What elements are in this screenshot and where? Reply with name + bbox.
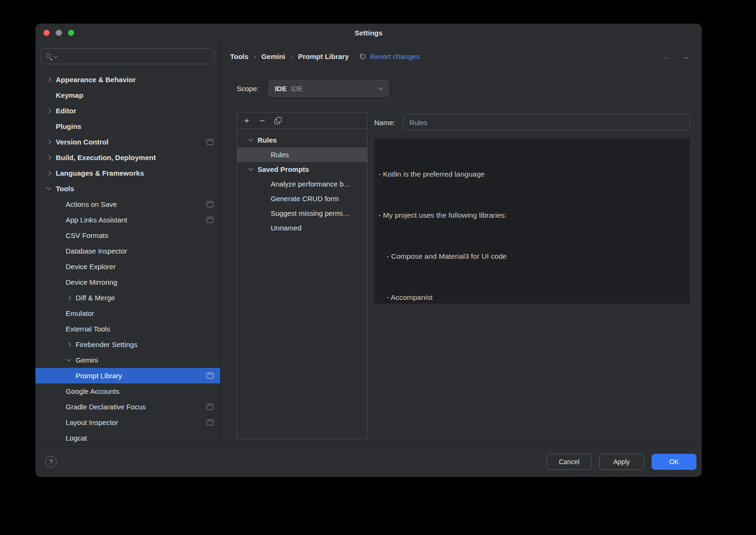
sidebar-item-gemini[interactable]: Gemini bbox=[35, 352, 220, 368]
sidebar-item-label: CSV Formats bbox=[66, 231, 108, 239]
chevron-right-icon bbox=[46, 76, 56, 83]
settings-sidebar: Appearance & Behavior Keymap Editor Plug… bbox=[35, 42, 221, 446]
forward-arrow[interactable]: → bbox=[681, 52, 690, 61]
add-prompt-button[interactable]: + bbox=[242, 116, 251, 125]
breadcrumb-separator: › bbox=[254, 52, 256, 60]
tree-item-analyze-performance[interactable]: Analyze performance b… bbox=[237, 177, 367, 191]
sidebar-item-label: Appearance & Behavior bbox=[56, 76, 136, 84]
sidebar-item-label: External Tools bbox=[66, 325, 110, 333]
tree-item-unnamed[interactable]: Unnamed bbox=[237, 221, 367, 235]
ide-settings-icon bbox=[206, 404, 214, 410]
sidebar-item-label: Languages & Frameworks bbox=[56, 169, 144, 177]
back-arrow[interactable]: ← bbox=[662, 52, 671, 61]
chevron-right-icon bbox=[66, 295, 76, 301]
scope-value-secondary: IDE bbox=[291, 85, 303, 93]
tree-item-label: Suggest missing permi… bbox=[271, 209, 350, 217]
sidebar-item-label: Actions on Save bbox=[66, 200, 117, 208]
apply-button[interactable]: Apply bbox=[599, 454, 644, 470]
sidebar-item-external-tools[interactable]: External Tools bbox=[35, 321, 220, 337]
cancel-button[interactable]: Cancel bbox=[547, 454, 592, 470]
minimize-button[interactable] bbox=[56, 30, 62, 36]
sidebar-item-device-mirroring[interactable]: Device Mirroring bbox=[35, 274, 220, 290]
search-input[interactable] bbox=[58, 52, 214, 60]
settings-search-box[interactable] bbox=[40, 48, 215, 64]
prompt-detail: Name: - Kotlin is the preferred language… bbox=[374, 112, 690, 304]
sidebar-item-languages-frameworks[interactable]: Languages & Frameworks bbox=[35, 165, 220, 181]
sidebar-item-gradle-declarative-focus[interactable]: Gradle Declarative Focus bbox=[35, 399, 220, 415]
settings-window: Settings Appearance & Behavior Keymap Ed… bbox=[35, 24, 702, 477]
help-button[interactable]: ? bbox=[45, 456, 57, 467]
remove-prompt-button[interactable]: − bbox=[258, 116, 267, 125]
sidebar-item-plugins[interactable]: Plugins bbox=[35, 119, 220, 134]
sidebar-item-label: Tools bbox=[56, 185, 74, 193]
sidebar-item-editor[interactable]: Editor bbox=[35, 103, 220, 119]
tree-item-suggest-missing-permissions[interactable]: Suggest missing permi… bbox=[237, 206, 367, 221]
sidebar-item-tools[interactable]: Tools bbox=[35, 181, 220, 196]
sidebar-item-device-explorer[interactable]: Device Explorer bbox=[35, 259, 220, 274]
prompt-text-editor[interactable]: - Kotlin is the preferred language - My … bbox=[374, 138, 690, 304]
sidebar-item-firebender-settings[interactable]: Firebender Settings bbox=[35, 337, 220, 352]
settings-main-panel: Tools › Gemini › Prompt Library Revert c… bbox=[221, 42, 702, 446]
tree-item-generate-crud-form[interactable]: Generate CRUD form bbox=[237, 191, 367, 206]
sidebar-item-csv-formats[interactable]: CSV Formats bbox=[35, 228, 220, 243]
sidebar-item-keymap[interactable]: Keymap bbox=[35, 87, 220, 103]
chevron-right-icon bbox=[46, 170, 56, 177]
sidebar-item-label: Prompt Library bbox=[76, 372, 122, 380]
sidebar-item-actions-on-save[interactable]: Actions on Save bbox=[35, 196, 220, 212]
breadcrumb-gemini[interactable]: Gemini bbox=[261, 52, 285, 60]
sidebar-item-database-inspector[interactable]: Database Inspector bbox=[35, 243, 220, 259]
copy-icon bbox=[275, 117, 282, 124]
chevron-right-icon bbox=[46, 139, 56, 145]
sidebar-item-appearance-behavior[interactable]: Appearance & Behavior bbox=[35, 72, 220, 87]
sidebar-item-label: Build, Execution, Deployment bbox=[56, 153, 156, 161]
chevron-right-icon bbox=[66, 341, 76, 348]
zoom-button[interactable] bbox=[68, 30, 74, 36]
sidebar-item-label: Google Accounts bbox=[66, 387, 119, 395]
tree-item-rules[interactable]: Rules bbox=[237, 147, 367, 162]
tree-group-saved-prompts[interactable]: Saved Prompts bbox=[237, 162, 367, 177]
ide-settings-icon bbox=[206, 217, 214, 223]
sidebar-item-prompt-library[interactable]: Prompt Library bbox=[35, 368, 220, 383]
prompt-tree: Rules Rules Saved Prompts Analyze perfor… bbox=[237, 129, 367, 235]
sidebar-item-logcat[interactable]: Logcat bbox=[35, 430, 220, 446]
close-button[interactable] bbox=[43, 30, 50, 36]
sidebar-item-build-execution-deployment[interactable]: Build, Execution, Deployment bbox=[35, 150, 220, 165]
revert-changes-link[interactable]: Revert changes bbox=[370, 52, 420, 60]
sidebar-item-label: Keymap bbox=[56, 91, 83, 99]
sidebar-item-emulator[interactable]: Emulator bbox=[35, 306, 220, 321]
scope-value-primary: IDE bbox=[275, 85, 287, 93]
breadcrumb-separator: › bbox=[291, 52, 293, 60]
tree-group-rules[interactable]: Rules bbox=[237, 133, 367, 147]
prompt-name-input[interactable] bbox=[403, 114, 690, 131]
breadcrumb: Tools › Gemini › Prompt Library bbox=[230, 52, 349, 60]
scope-dropdown[interactable]: IDE IDE bbox=[268, 80, 389, 97]
sidebar-item-version-control[interactable]: Version Control bbox=[35, 134, 220, 150]
editor-line: - Accompanist bbox=[378, 290, 685, 304]
sidebar-item-google-accounts[interactable]: Google Accounts bbox=[35, 383, 220, 399]
copy-prompt-button[interactable] bbox=[273, 117, 283, 124]
sidebar-item-label: Diff & Merge bbox=[76, 294, 115, 302]
divider bbox=[230, 100, 690, 101]
ok-button[interactable]: OK bbox=[652, 454, 696, 470]
tree-item-label: Unnamed bbox=[271, 224, 301, 232]
breadcrumb-prompt-library: Prompt Library bbox=[298, 52, 349, 60]
titlebar: Settings bbox=[35, 24, 702, 42]
sidebar-item-label: Editor bbox=[56, 107, 76, 115]
sidebar-item-label: Logcat bbox=[66, 434, 87, 442]
breadcrumb-tools[interactable]: Tools bbox=[230, 52, 249, 60]
tree-item-label: Rules bbox=[271, 151, 289, 159]
sidebar-item-label: Gemini bbox=[76, 356, 98, 364]
window-title: Settings bbox=[35, 29, 702, 37]
ide-settings-icon bbox=[206, 201, 214, 207]
sidebar-item-label: Gradle Declarative Focus bbox=[66, 403, 146, 411]
sidebar-item-label: Device Mirroring bbox=[66, 278, 117, 286]
revert-icon bbox=[359, 53, 366, 60]
sidebar-item-layout-inspector[interactable]: Layout Inspector bbox=[35, 415, 220, 430]
sidebar-item-app-links-assistant[interactable]: App Links Assistant bbox=[35, 212, 220, 228]
chevron-down-icon bbox=[248, 137, 258, 144]
sidebar-item-diff-merge[interactable]: Diff & Merge bbox=[35, 290, 220, 306]
chevron-right-icon bbox=[46, 154, 56, 161]
editor-line: - Kotlin is the preferred language bbox=[378, 167, 685, 181]
sidebar-item-label: Database Inspector bbox=[66, 247, 127, 255]
editor-line: - Compose and Material3 for UI code bbox=[378, 249, 685, 263]
